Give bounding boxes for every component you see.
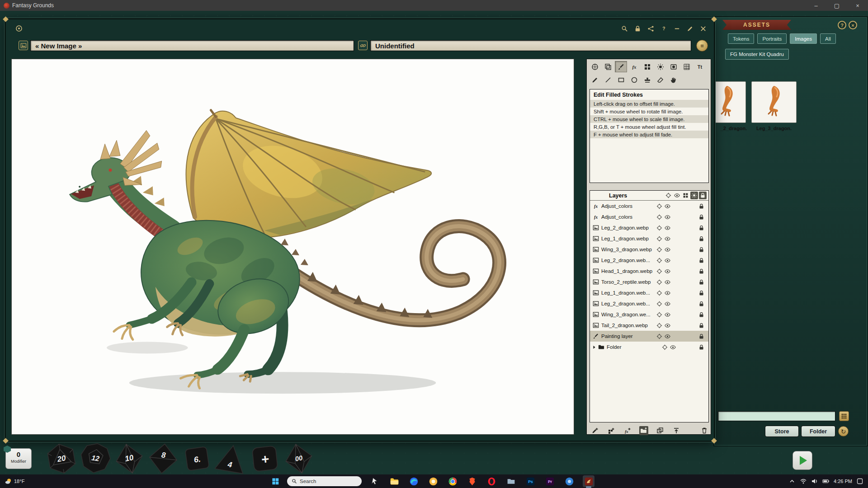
image-field-button[interactable] — [19, 41, 28, 50]
layer-row[interactable]: Painting layer — [590, 331, 708, 342]
layer-visibility-button[interactable] — [664, 235, 671, 242]
layer-row[interactable]: Leg_2_dragon.webp — [590, 222, 708, 233]
refresh-button[interactable]: ↻ — [838, 426, 849, 436]
radial-menu-button[interactable] — [839, 411, 849, 421]
die-d10[interactable]: 10 — [113, 442, 146, 475]
die-d6[interactable]: 6. — [181, 442, 213, 475]
layer-visibility-button[interactable] — [664, 213, 671, 221]
taskbar-app-fantasy-grounds[interactable] — [583, 475, 594, 487]
share-button[interactable] — [646, 24, 655, 33]
layer-target-button[interactable] — [656, 267, 663, 275]
rectangle-button[interactable] — [615, 74, 627, 85]
layer-lock-button[interactable] — [698, 289, 705, 296]
layer-row[interactable]: Folder — [590, 342, 708, 352]
layer-visibility-button[interactable] — [664, 267, 671, 275]
layer-lock-button[interactable] — [698, 322, 705, 329]
layer-lock-button[interactable] — [698, 202, 705, 210]
layer-target-button[interactable] — [656, 289, 663, 296]
mask-button[interactable] — [667, 61, 679, 72]
taskbar-search[interactable]: Search — [287, 476, 362, 486]
fx-button[interactable]: fx — [628, 61, 640, 72]
layer-row[interactable]: Tail_2_dragon.webp — [590, 320, 708, 331]
modifier-box[interactable]: 0 Modifier — [5, 448, 32, 469]
maximize-button[interactable]: ▢ — [826, 0, 847, 11]
line-button[interactable] — [602, 74, 614, 85]
asset-thumbnail[interactable] — [751, 81, 797, 123]
layer-target-button[interactable] — [656, 311, 663, 318]
launch-button[interactable] — [793, 451, 812, 470]
layer-lock-button[interactable] — [698, 257, 705, 264]
battery-icon[interactable] — [822, 478, 830, 485]
close-button[interactable]: × — [847, 0, 868, 11]
layer-visibility-button[interactable] — [664, 224, 671, 231]
layers-button[interactable] — [602, 61, 614, 72]
layer-row[interactable]: Torso_2_reptile.webp — [590, 277, 708, 287]
image-id-field[interactable]: Unidentified — [370, 40, 691, 51]
minimize-button[interactable] — [672, 24, 681, 33]
die-d20[interactable]: 20 — [45, 442, 78, 475]
layer-target-button[interactable] — [656, 257, 663, 264]
add-layer-button[interactable] — [590, 426, 599, 435]
layer-row[interactable]: Leg_2_dragon.web... — [590, 255, 708, 266]
layer-row[interactable]: Wing_3_dragon.webp — [590, 244, 708, 255]
store-button[interactable]: Store — [765, 426, 799, 437]
layer-target-button[interactable] — [656, 235, 663, 242]
die-d8[interactable]: 8 — [147, 442, 179, 475]
taskbar-app-opera[interactable] — [486, 475, 497, 487]
layer-target-button[interactable] — [656, 333, 663, 340]
layer-visibility-button[interactable] — [664, 257, 671, 264]
taskbar-app-files[interactable] — [505, 475, 517, 487]
folder-button[interactable]: Folder — [801, 426, 835, 437]
layer-row[interactable]: Wing_3_dragon.we... — [590, 309, 708, 320]
layer-target-button[interactable] — [656, 202, 663, 210]
brightness-button[interactable] — [654, 61, 666, 72]
grid-button[interactable] — [680, 61, 693, 72]
expand-icon[interactable] — [592, 345, 597, 350]
die-plus[interactable]: + — [249, 442, 281, 475]
taskbar-app-photoshop[interactable]: Ps — [524, 475, 536, 487]
module-filter-button[interactable]: FG Monster Kit Quadru — [725, 49, 789, 60]
add-fx-button[interactable]: fx — [623, 426, 632, 435]
tiles-button[interactable] — [641, 61, 653, 72]
layer-lock-button[interactable] — [698, 246, 705, 253]
volume-icon[interactable] — [811, 478, 818, 485]
weather-widget[interactable]: 18°F — [5, 474, 24, 488]
layer-row[interactable]: fx Adjust_colors — [590, 211, 708, 222]
stamp-button[interactable] — [641, 74, 653, 85]
layer-lock-button[interactable] — [698, 333, 705, 340]
layer-target-button[interactable] — [661, 343, 668, 351]
eraser-button[interactable] — [654, 74, 666, 85]
paintbrush-button[interactable] — [615, 61, 627, 72]
die-d100[interactable]: 00 — [283, 442, 315, 475]
die-d4[interactable]: 4 — [215, 442, 247, 475]
assets-tab-images[interactable]: Images — [790, 33, 817, 44]
minimize-button[interactable]: – — [806, 0, 826, 11]
layer-visibility-button[interactable] — [664, 333, 671, 340]
lock-button[interactable] — [633, 24, 642, 33]
raise-button[interactable] — [672, 426, 681, 435]
circle-button[interactable] — [628, 74, 640, 85]
assets-help-button[interactable]: ? — [838, 21, 846, 29]
link-field-button[interactable] — [358, 41, 368, 50]
layer-row[interactable]: fx Adjust_colors — [590, 201, 708, 211]
layer-visibility-button[interactable] — [664, 322, 671, 329]
assets-tab-tokens[interactable]: Tokens — [728, 33, 754, 44]
layer-target-button[interactable] — [656, 300, 663, 307]
layer-lock-button[interactable] — [698, 235, 705, 242]
compass-button[interactable] — [589, 61, 601, 72]
image-name-field[interactable]: « New Image » — [30, 40, 354, 51]
window-menu-button[interactable] — [14, 23, 24, 33]
duplicate-button[interactable] — [656, 426, 665, 435]
taskbar-app-app-blue[interactable] — [563, 475, 575, 487]
layer-target-button[interactable] — [656, 213, 663, 221]
layer-visibility-button[interactable] — [664, 289, 671, 296]
layer-target-button[interactable] — [656, 224, 663, 231]
assets-tab-portraits[interactable]: Portraits — [757, 33, 787, 44]
new-folder-button[interactable] — [639, 426, 648, 435]
taskbar-app-premiere[interactable]: Pr — [544, 475, 556, 487]
wifi-icon[interactable] — [800, 478, 807, 485]
layer-lock-button[interactable] — [698, 213, 705, 221]
add-tiles-button[interactable] — [607, 426, 616, 435]
crosshair-button[interactable] — [665, 192, 672, 199]
layer-lock-button[interactable] — [698, 300, 705, 307]
